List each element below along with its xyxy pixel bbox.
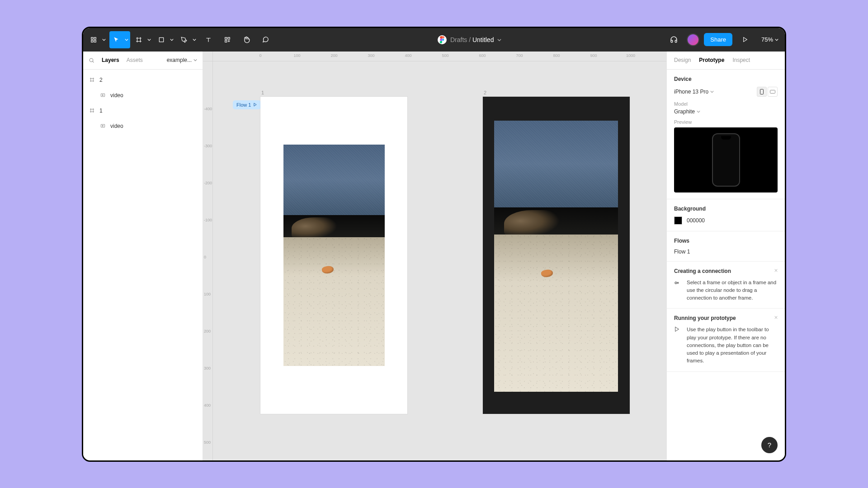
frame-label[interactable]: 1 — [261, 90, 264, 95]
flows-title: Flows — [674, 238, 778, 244]
canvas[interactable]: 1 2 Flow 1 — [213, 61, 666, 460]
chevron-down-icon — [147, 38, 151, 42]
svg-rect-4 — [159, 38, 163, 42]
video-layer[interactable] — [494, 121, 618, 392]
portrait-icon — [760, 89, 764, 94]
app-window: Drafts / Untitled Share 75% — [82, 27, 786, 462]
cursor-icon — [113, 37, 119, 43]
breadcrumb-separator: / — [469, 36, 471, 43]
preview-label: Preview — [674, 119, 778, 125]
chevron-down-icon — [497, 38, 501, 42]
orientation-portrait-button[interactable] — [757, 87, 767, 97]
svg-rect-5 — [225, 37, 227, 39]
search-icon[interactable] — [89, 57, 94, 63]
user-avatar[interactable] — [687, 33, 699, 46]
breadcrumb-folder: Drafts — [450, 36, 467, 43]
text-tool-button[interactable] — [200, 31, 217, 48]
help-button[interactable]: ? — [761, 437, 778, 453]
svg-marker-19 — [675, 327, 679, 332]
move-tool-button[interactable] — [109, 31, 130, 48]
play-icon — [742, 37, 748, 42]
flow-item[interactable]: Flow 1 — [674, 249, 778, 255]
layer-name: 1 — [99, 108, 103, 114]
video-layer[interactable] — [283, 145, 385, 366]
tab-layers[interactable]: Layers — [102, 57, 119, 63]
text-icon — [205, 37, 212, 43]
frame-icon — [136, 37, 142, 43]
right-panel-tabs: Design Prototype Inspect — [667, 52, 785, 70]
toolbar: Drafts / Untitled Share 75% — [83, 28, 785, 52]
model-selector[interactable]: Graphite — [674, 108, 778, 115]
flow-name: Flow 1 — [236, 102, 251, 108]
layer-video[interactable]: video — [83, 88, 203, 103]
page-selector[interactable]: example... — [167, 57, 197, 63]
audio-button[interactable] — [665, 31, 682, 48]
comment-icon — [262, 36, 269, 43]
tab-design[interactable]: Design — [674, 57, 691, 63]
phone-mock-icon — [712, 133, 740, 187]
resources-button[interactable] — [219, 31, 236, 48]
flow-start-pill[interactable]: Flow 1 — [233, 100, 261, 109]
share-button[interactable]: Share — [704, 33, 732, 46]
frame-label[interactable]: 2 — [484, 90, 486, 95]
app-body: Layers Assets example... 2 video — [83, 52, 785, 460]
background-section: Background 000000 — [667, 199, 785, 231]
svg-rect-3 — [94, 40, 96, 42]
layer-video[interactable]: video — [83, 118, 203, 134]
svg-point-10 — [90, 58, 93, 62]
present-button[interactable] — [737, 31, 754, 48]
orientation-landscape-button[interactable] — [768, 87, 778, 97]
svg-rect-6 — [228, 37, 230, 39]
play-icon — [253, 103, 257, 107]
svg-rect-7 — [225, 40, 227, 42]
tab-inspect[interactable]: Inspect — [732, 57, 750, 63]
artboard-frame-1[interactable] — [260, 97, 407, 414]
pen-icon — [181, 37, 187, 43]
close-hint-button[interactable] — [774, 268, 778, 273]
shape-tool-button[interactable] — [155, 31, 175, 48]
svg-marker-15 — [254, 103, 256, 106]
tab-prototype[interactable]: Prototype — [699, 57, 724, 63]
close-icon — [774, 268, 778, 273]
left-panel-header: Layers Assets example... — [83, 52, 203, 70]
svg-marker-12 — [102, 94, 103, 96]
zoom-control[interactable]: 75% — [759, 36, 781, 43]
canvas-area[interactable]: 0 100 200 300 400 500 600 700 800 900 10… — [203, 52, 666, 460]
breadcrumb[interactable]: Drafts / Untitled — [450, 36, 501, 43]
tab-assets[interactable]: Assets — [127, 57, 143, 63]
chevron-down-icon — [697, 110, 700, 113]
hand-tool-button[interactable] — [238, 31, 255, 48]
layer-name: video — [110, 92, 123, 99]
ruler-horizontal: 0 100 200 300 400 500 600 700 800 900 10… — [213, 52, 666, 61]
layer-frame[interactable]: 2 — [83, 72, 203, 88]
main-menu-button[interactable] — [87, 31, 108, 48]
close-icon — [774, 315, 778, 320]
close-hint-button[interactable] — [774, 315, 778, 320]
background-swatch[interactable] — [674, 216, 682, 225]
background-title: Background — [674, 206, 778, 212]
chevron-down-icon — [775, 38, 778, 42]
layer-list: 2 video 1 video — [83, 70, 203, 136]
chevron-down-icon — [170, 38, 174, 42]
hint-body-text: Use the play button in the toolbar to pl… — [687, 326, 778, 365]
video-icon — [99, 123, 106, 128]
device-name-value: iPhone 13 Pro — [674, 89, 708, 95]
svg-point-8 — [442, 38, 444, 40]
svg-marker-9 — [744, 38, 747, 42]
pen-tool-button[interactable] — [177, 31, 198, 48]
device-title: Device — [674, 76, 778, 82]
figma-logo-icon — [438, 35, 447, 44]
comment-tool-button[interactable] — [257, 31, 274, 48]
hint-title: Creating a connection — [674, 268, 778, 274]
toolbar-center: Drafts / Untitled — [276, 35, 663, 44]
background-hex[interactable]: 000000 — [687, 217, 705, 224]
ruler-corner — [203, 52, 213, 61]
toolbar-right: Share 75% — [665, 31, 781, 48]
layer-frame[interactable]: 1 — [83, 103, 203, 118]
device-selector[interactable]: iPhone 13 Pro — [674, 89, 714, 95]
layer-name: 2 — [99, 77, 103, 83]
artboard-frame-2[interactable] — [483, 97, 630, 414]
chevron-down-icon — [193, 38, 196, 42]
model-label: Model — [674, 101, 778, 107]
frame-tool-button[interactable] — [132, 31, 153, 48]
